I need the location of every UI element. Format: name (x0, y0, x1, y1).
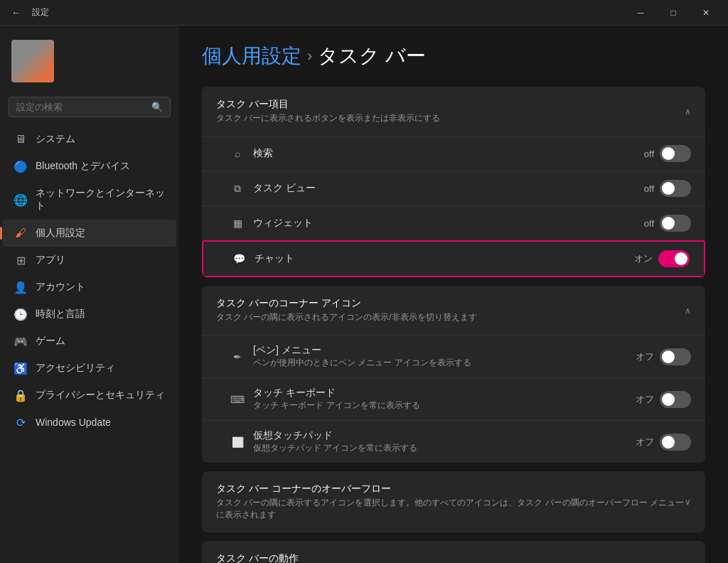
toggle-touch-keyboard[interactable] (660, 391, 691, 408)
sidebar-item-bluetooth[interactable]: 🔵Bluetooth とデバイス (3, 153, 176, 180)
toggle-search[interactable] (660, 145, 691, 162)
section-corner-overflow: タスク バー コーナーのオーバーフロータスク バーの隅に表示するアイコンを選択し… (202, 471, 705, 532)
windows-icon: ⟳ (14, 416, 27, 429)
title-bar: ← 設定 ─ □ ✕ (0, 0, 728, 26)
avatar (11, 40, 54, 82)
search-input[interactable] (16, 102, 149, 112)
sidebar-item-privacy[interactable]: 🔒プライバシーとセキュリティ (3, 382, 176, 409)
toggle-label-taskview: off (644, 183, 654, 194)
time-icon: 🕒 (14, 308, 27, 321)
search-box[interactable]: 🔍 (9, 97, 171, 117)
sidebar-item-accessibility[interactable]: ♿アクセシビリティ (3, 355, 176, 382)
setting-name-taskview: タスク ビュー (253, 182, 316, 195)
setting-name-virtual-touchpad: 仮想タッチパッド (253, 429, 417, 442)
game-icon: 🎮 (14, 335, 27, 348)
section-header-taskbar-behavior[interactable]: タスク バーの動作タスク バーの配置、バッジ、自動的に非表示、および複数のディス… (202, 541, 705, 563)
chevron-corner-overflow-icon: ∨ (685, 497, 691, 507)
search-icon: 🔍 (151, 102, 163, 112)
section-taskbar-items: タスク バー項目タスク バーに表示されるボタンを表示または非表示にする∧⌕検索o… (202, 87, 705, 277)
sidebar-item-apps[interactable]: ⊞アプリ (3, 247, 176, 274)
sidebar-item-personalization[interactable]: 🖌個人用設定 (3, 220, 176, 247)
setting-item-pen-menu: ✒[ペン] メニューペンが使用中のときにペン メニュー アイコンを表示するオフ (202, 335, 705, 377)
toggle-label-virtual-touchpad: オフ (636, 436, 654, 449)
setting-item-touch-keyboard: ⌨タッチ キーボードタッチ キーボード アイコンを常に表示するオフ (202, 377, 705, 420)
window-title: 設定 (32, 6, 49, 18)
setting-item-chat: 💬チャットオン (202, 240, 705, 277)
close-button[interactable]: ✕ (690, 0, 722, 26)
section-taskbar-behavior: タスク バーの動作タスク バーの配置、バッジ、自動的に非表示、および複数のディス… (202, 541, 705, 563)
sidebar-label-personalization: 個人用設定 (36, 227, 85, 240)
section-header-corner-icons[interactable]: タスク バーのコーナー アイコンタスク バーの隅に表示されるアイコンの表示/非表… (202, 286, 705, 335)
setting-item-virtual-touchpad: ⬜仮想タッチパッド仮想タッチパッド アイコンを常に表示するオフ (202, 420, 705, 463)
privacy-icon: 🔒 (14, 389, 27, 402)
sidebar-item-time[interactable]: 🕒時刻と言語 (3, 301, 176, 328)
touch-keyboard-icon: ⌨ (230, 392, 245, 407)
monitor-icon: 🖥 (14, 133, 27, 146)
sidebar-label-system: システム (36, 133, 75, 146)
setting-name-search: 検索 (253, 147, 273, 160)
sidebar-item-account[interactable]: 👤アカウント (3, 274, 176, 301)
minimize-button[interactable]: ─ (624, 0, 657, 26)
section-title-taskbar-items: タスク バー項目 (216, 98, 440, 111)
section-title-corner-icons: タスク バーのコーナー アイコン (216, 297, 477, 310)
sidebar-label-apps: アプリ (36, 254, 65, 267)
section-subtitle-corner-icons: タスク バーの隅に表示されるアイコンの表示/非表示を切り替えます (216, 311, 477, 323)
sidebar-item-game[interactable]: 🎮ゲーム (3, 328, 176, 355)
toggle-label-touch-keyboard: オフ (636, 393, 654, 406)
setting-name-widgets: ウィジェット (253, 217, 313, 230)
sidebar-label-windows-update: Windows Update (36, 417, 111, 428)
sidebar-label-privacy: プライバシーとセキュリティ (36, 389, 165, 402)
sidebar-label-game: ゲーム (36, 335, 65, 348)
setting-sublabel-virtual-touchpad: 仮想タッチパッド アイコンを常に表示する (253, 442, 417, 454)
network-icon: 🌐 (14, 193, 27, 206)
section-header-taskbar-items[interactable]: タスク バー項目タスク バーに表示されるボタンを表示または非表示にする∧ (202, 87, 705, 136)
user-avatar-area (0, 34, 179, 94)
sections-container: タスク バー項目タスク バーに表示されるボタンを表示または非表示にする∧⌕検索o… (202, 87, 705, 563)
section-title-block-corner-overflow: タスク バー コーナーのオーバーフロータスク バーの隅に表示するアイコンを選択し… (216, 483, 685, 521)
sidebar-item-system[interactable]: 🖥システム (3, 126, 176, 153)
setting-name-pen-menu: [ペン] メニュー (253, 344, 471, 357)
personal-icon: 🖌 (14, 227, 27, 240)
toggle-taskview[interactable] (660, 180, 691, 197)
toggle-label-pen-menu: オフ (636, 350, 654, 363)
toggle-widgets[interactable] (660, 215, 691, 232)
section-title-corner-overflow: タスク バー コーナーのオーバーフロー (216, 483, 685, 495)
setting-name-chat: チャット (255, 252, 294, 265)
bluetooth-icon: 🔵 (14, 160, 27, 173)
sidebar-item-network[interactable]: 🌐ネットワークとインターネット (3, 180, 176, 220)
sidebar: 🔍 🖥システム🔵Bluetooth とデバイス🌐ネットワークとインターネット🖌個… (0, 26, 179, 563)
widgets-icon: ▦ (230, 216, 245, 230)
page-title: 個人用設定 › タスク バー (202, 43, 705, 70)
chat-icon: 💬 (232, 252, 246, 266)
section-subtitle-corner-overflow: タスク バーの隅に表示するアイコンを選択します。他のすべてのアイコンは、タスク … (216, 497, 685, 521)
section-title-taskbar-behavior: タスク バーの動作 (216, 552, 500, 563)
toggle-chat[interactable] (658, 250, 690, 267)
section-header-corner-overflow[interactable]: タスク バー コーナーのオーバーフロータスク バーの隅に表示するアイコンを選択し… (202, 471, 705, 532)
toggle-virtual-touchpad[interactable] (660, 434, 691, 451)
account-icon: 👤 (14, 281, 27, 294)
setting-item-widgets: ▦ウィジェットoff (202, 205, 705, 240)
toggle-pen-menu[interactable] (660, 348, 691, 365)
window-controls: ─ □ ✕ (624, 0, 722, 26)
section-corner-icons: タスク バーのコーナー アイコンタスク バーの隅に表示されるアイコンの表示/非表… (202, 286, 705, 463)
accessibility-icon: ♿ (14, 362, 27, 375)
chevron-corner-icons-icon: ∧ (685, 306, 691, 316)
section-title-block-taskbar-items: タスク バー項目タスク バーに表示されるボタンを表示または非表示にする (216, 98, 440, 124)
nav-items: 🖥システム🔵Bluetooth とデバイス🌐ネットワークとインターネット🖌個人用… (0, 126, 179, 436)
maximize-button[interactable]: □ (657, 0, 690, 26)
sidebar-label-bluetooth: Bluetooth とデバイス (36, 160, 130, 173)
section-title-block-corner-icons: タスク バーのコーナー アイコンタスク バーの隅に表示されるアイコンの表示/非表… (216, 297, 477, 323)
apps-icon: ⊞ (14, 254, 27, 267)
sidebar-item-windows-update[interactable]: ⟳Windows Update (3, 409, 176, 436)
page-current: タスク バー (318, 43, 426, 70)
toggle-label-widgets: off (644, 218, 654, 229)
breadcrumb-link[interactable]: 個人用設定 (202, 43, 301, 70)
section-subtitle-taskbar-items: タスク バーに表示されるボタンを表示または非表示にする (216, 112, 440, 124)
search-icon: ⌕ (230, 146, 245, 161)
back-button[interactable]: ← (6, 4, 26, 21)
section-title-block-taskbar-behavior: タスク バーの動作タスク バーの配置、バッジ、自動的に非表示、および複数のディス… (216, 552, 500, 563)
toggle-label-search: off (644, 149, 654, 159)
sidebar-label-accessibility: アクセシビリティ (36, 362, 115, 375)
sidebar-label-account: アカウント (36, 281, 85, 294)
chevron-taskbar-behavior-icon: ∨ (685, 561, 691, 564)
